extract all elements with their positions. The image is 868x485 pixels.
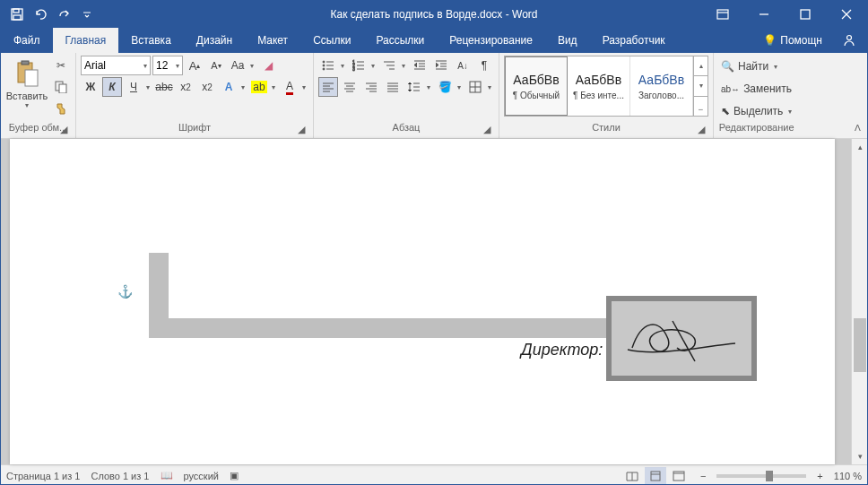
tab-references[interactable]: Ссылки	[300, 28, 363, 53]
justify-icon	[386, 81, 399, 93]
tab-layout[interactable]: Макет	[245, 28, 300, 53]
decrease-indent-button[interactable]	[410, 56, 430, 75]
numbering-button[interactable]: 123	[349, 56, 369, 75]
scroll-thumb[interactable]	[854, 318, 866, 372]
dialog-launcher[interactable]: ◢	[696, 124, 707, 134]
borders-icon	[469, 81, 482, 93]
window-title: Как сделать подпись в Ворде.docx - Word	[331, 8, 538, 21]
tab-design[interactable]: Дизайн	[184, 28, 245, 53]
qat-customize-button[interactable]	[76, 4, 98, 25]
increase-indent-button[interactable]	[431, 56, 451, 75]
italic-button[interactable]: К	[102, 77, 122, 97]
dialog-launcher[interactable]: ◢	[296, 124, 307, 134]
close-button[interactable]	[826, 1, 867, 28]
zoom-level[interactable]: 110 %	[834, 471, 862, 481]
save-button[interactable]	[6, 4, 28, 25]
show-marks-button[interactable]: ¶	[474, 56, 494, 75]
bold-button[interactable]: Ж	[81, 77, 100, 97]
align-right-button[interactable]	[361, 77, 381, 97]
cut-button[interactable]: ✂	[51, 56, 71, 75]
scroll-up-button[interactable]: ▴	[852, 139, 868, 155]
language-indicator[interactable]: русский	[184, 471, 219, 481]
shape-l[interactable]	[149, 253, 606, 338]
select-button[interactable]: ⬉Выделить▾	[718, 101, 794, 121]
svg-rect-1	[13, 9, 19, 13]
tab-mailings[interactable]: Рассылки	[363, 28, 437, 53]
tab-home[interactable]: Главная	[53, 28, 119, 53]
collapse-ribbon-button[interactable]: ᐱ	[850, 120, 864, 134]
tab-review[interactable]: Рецензирование	[437, 28, 545, 53]
style-normal[interactable]: АаБбВв¶ Обычный	[505, 56, 568, 116]
text-effects-button[interactable]: A	[219, 77, 239, 97]
vertical-scrollbar[interactable]: ▴ ▾	[851, 139, 867, 464]
font-size-selector[interactable]: 12▾	[152, 56, 183, 75]
multilevel-list-button[interactable]	[379, 56, 399, 75]
line-spacing-button[interactable]	[404, 77, 424, 97]
font-color-button[interactable]: A	[280, 77, 299, 97]
zoom-out-button[interactable]: −	[700, 471, 706, 481]
format-painter-button[interactable]	[51, 99, 71, 118]
tab-insert[interactable]: Вставка	[118, 28, 184, 53]
replace-button[interactable]: ab↔Заменить	[718, 79, 794, 99]
ribbon: Вставить ▾ ✂ Буфер обм...◢ Arial▾ 12▾ A▴…	[1, 53, 867, 139]
zoom-slider[interactable]	[716, 474, 806, 478]
align-left-icon	[322, 81, 334, 93]
dropdown-icon[interactable]: ▾	[247, 56, 256, 75]
align-center-button[interactable]	[340, 77, 360, 97]
grow-font-button[interactable]: A▴	[185, 56, 204, 75]
strikethrough-button[interactable]: abc	[154, 77, 174, 97]
group-paragraph: ▾ 123▾ ▾ A↓ ¶ ▾ 🪣▾ ▾ Абзац◢	[314, 53, 499, 138]
bullets-button[interactable]	[318, 56, 338, 75]
spellcheck-button[interactable]: 📖	[161, 470, 173, 481]
style-no-spacing[interactable]: АаБбВв¶ Без инте...	[568, 56, 630, 116]
tab-developer[interactable]: Разработчик	[590, 28, 678, 53]
tab-file[interactable]: Файл	[1, 28, 53, 53]
dialog-launcher[interactable]: ◢	[482, 124, 492, 134]
copy-button[interactable]	[51, 77, 71, 97]
svg-rect-14	[59, 84, 66, 93]
document-area: ⚓ Директор: ▴ ▾	[1, 139, 867, 464]
document-page[interactable]: ⚓ Директор:	[10, 139, 835, 464]
find-button[interactable]: 🔍Найти▾	[718, 56, 794, 76]
gallery-up-button[interactable]: ▴	[694, 56, 707, 76]
subscript-button[interactable]: x2	[176, 77, 195, 97]
underline-button[interactable]: Ч	[124, 77, 143, 97]
read-mode-button[interactable]	[621, 467, 643, 485]
minimize-button[interactable]	[743, 1, 785, 28]
font-name-selector[interactable]: Arial▾	[81, 56, 151, 75]
superscript-button[interactable]: x2	[197, 77, 217, 97]
scroll-down-button[interactable]: ▾	[852, 448, 868, 464]
paste-button[interactable]: Вставить ▾	[5, 56, 48, 117]
ribbon-display-button[interactable]	[702, 1, 743, 28]
style-heading1[interactable]: АаБбВвЗаголово...	[630, 56, 693, 116]
align-left-button[interactable]	[318, 77, 338, 97]
change-case-button[interactable]: Aa	[228, 56, 247, 75]
justify-button[interactable]	[383, 77, 403, 97]
gallery-more-button[interactable]: ⎯	[694, 97, 707, 116]
share-button[interactable]	[831, 28, 867, 53]
shading-button[interactable]: 🪣	[435, 77, 455, 97]
paste-icon	[13, 59, 41, 88]
redo-button[interactable]	[53, 4, 74, 25]
tab-view[interactable]: Вид	[545, 28, 590, 53]
tell-me-button[interactable]: 💡 Помощн	[754, 28, 831, 53]
print-layout-button[interactable]	[645, 467, 666, 485]
director-label: Директор:	[521, 341, 603, 359]
word-count[interactable]: Слово 1 из 1	[91, 471, 149, 481]
gallery-down-button[interactable]: ▾	[694, 76, 707, 96]
web-layout-button[interactable]	[668, 467, 690, 485]
lightbulb-icon: 💡	[763, 34, 777, 47]
macro-button[interactable]: ▣	[230, 470, 239, 481]
signature-image[interactable]	[606, 296, 757, 381]
page-indicator[interactable]: Страница 1 из 1	[6, 471, 80, 481]
maximize-button[interactable]	[785, 1, 826, 28]
dialog-launcher[interactable]: ◢	[58, 124, 69, 134]
undo-button[interactable]	[30, 4, 51, 25]
shrink-font-button[interactable]: A▾	[206, 56, 226, 75]
clear-formatting-button[interactable]: ◢	[258, 56, 278, 75]
highlight-button[interactable]: ab	[249, 77, 269, 97]
zoom-knob[interactable]	[766, 471, 773, 481]
borders-button[interactable]	[465, 77, 485, 97]
sort-button[interactable]: A↓	[453, 56, 473, 75]
zoom-in-button[interactable]: +	[817, 471, 822, 481]
